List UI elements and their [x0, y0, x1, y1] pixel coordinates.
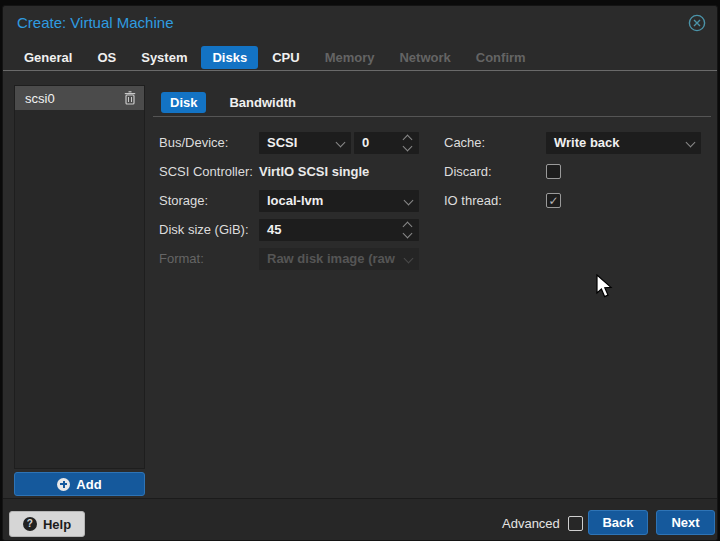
dialog-titlebar: Create: Virtual Machine	[3, 6, 717, 40]
wizard-tabbar: General OS System Disks CPU Memory Netwo…	[13, 44, 707, 70]
discard-checkbox[interactable]	[546, 164, 561, 179]
disk-size-spinner[interactable]: 45	[259, 219, 419, 241]
trash-icon[interactable]	[124, 91, 136, 105]
back-button-label: Back	[602, 515, 633, 530]
tab-cpu[interactable]: CPU	[261, 46, 310, 69]
bus-device-combo-value: SCSI	[267, 135, 297, 150]
plus-circle-icon	[57, 478, 70, 491]
advanced-checkbox[interactable]	[568, 516, 583, 531]
scsi-controller-label: SCSI Controller:	[159, 161, 253, 183]
help-button[interactable]: ? Help	[9, 511, 85, 537]
add-button-label: Add	[76, 477, 101, 492]
dialog-title: Create: Virtual Machine	[17, 14, 173, 31]
spinner-arrows-icon[interactable]	[402, 219, 414, 241]
tab-disks[interactable]: Disks	[201, 46, 258, 69]
disk-list-panel: scsi0	[14, 85, 145, 469]
tab-memory: Memory	[314, 46, 386, 69]
disk-size-label: Disk size (GiB):	[159, 219, 249, 241]
tabbar-divider	[3, 70, 717, 71]
tab-confirm: Confirm	[465, 46, 537, 69]
disk-list-item-scsi0[interactable]: scsi0	[15, 86, 144, 110]
screen: Create: Virtual Machine General OS Syste…	[0, 0, 720, 541]
bus-device-number-spinner[interactable]: 0	[354, 132, 419, 154]
create-vm-dialog: Create: Virtual Machine General OS Syste…	[2, 5, 718, 541]
tab-general[interactable]: General	[13, 46, 83, 69]
storage-combo[interactable]: local-lvm	[259, 190, 419, 212]
cache-combo[interactable]: Write back	[546, 132, 701, 154]
disk-item-label: scsi0	[25, 91, 124, 106]
next-button[interactable]: Next	[656, 510, 715, 535]
next-button-label: Next	[671, 515, 699, 530]
scsi-controller-value: VirtIO SCSI single	[259, 161, 369, 183]
subtab-disk[interactable]: Disk	[161, 92, 206, 113]
question-circle-icon: ?	[23, 517, 37, 531]
subtab-divider	[153, 116, 711, 117]
tab-network: Network	[388, 46, 461, 69]
add-disk-button[interactable]: Add	[14, 472, 145, 496]
bus-device-number-value: 0	[362, 135, 369, 150]
chevron-down-icon	[404, 254, 414, 264]
disk-subtabs: Disk Bandwidth	[161, 91, 305, 113]
chevron-down-icon	[336, 138, 346, 148]
tab-os[interactable]: OS	[86, 46, 127, 69]
chevron-down-icon	[686, 138, 696, 148]
format-combo-value: Raw disk image (raw	[267, 251, 395, 266]
close-icon[interactable]	[688, 14, 706, 32]
spinner-arrows-icon[interactable]	[402, 132, 414, 154]
help-button-label: Help	[43, 517, 71, 532]
disk-size-value: 45	[267, 222, 281, 237]
subtab-bandwidth[interactable]: Bandwidth	[220, 92, 304, 113]
back-button[interactable]: Back	[588, 510, 648, 535]
format-label: Format:	[159, 248, 204, 270]
advanced-label: Advanced	[502, 516, 560, 531]
discard-label: Discard:	[444, 161, 492, 183]
storage-combo-value: local-lvm	[267, 193, 323, 208]
cache-combo-value: Write back	[554, 135, 620, 150]
bus-device-combo[interactable]: SCSI	[259, 132, 351, 154]
io-thread-label: IO thread:	[444, 190, 502, 212]
bus-device-label: Bus/Device:	[159, 132, 228, 154]
format-combo-disabled: Raw disk image (raw	[259, 248, 419, 270]
tab-system[interactable]: System	[130, 46, 198, 69]
storage-label: Storage:	[159, 190, 208, 212]
cache-label: Cache:	[444, 132, 485, 154]
io-thread-checkbox[interactable]: ✓	[546, 193, 561, 208]
chevron-down-icon	[404, 196, 414, 206]
